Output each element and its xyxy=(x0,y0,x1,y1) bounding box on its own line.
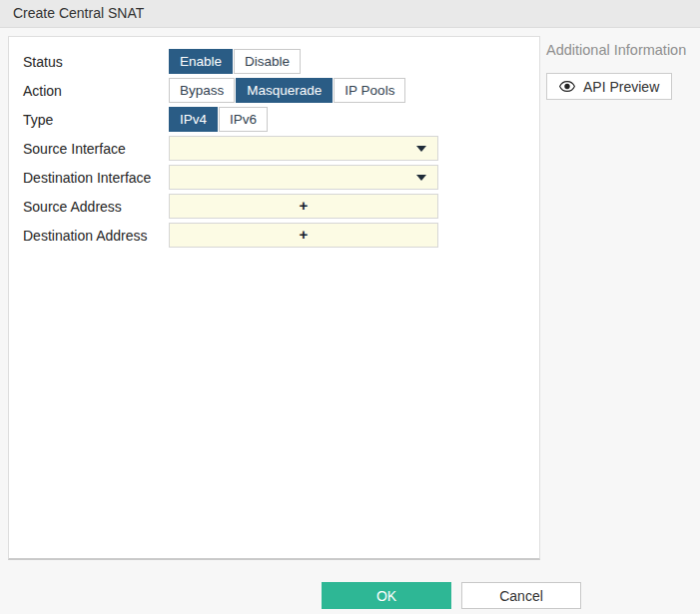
form-row-destination-address: Destination Address + xyxy=(9,223,539,248)
cancel-button[interactable]: Cancel xyxy=(461,582,581,609)
type-label: Type xyxy=(9,112,169,128)
dialog-titlebar: Create Central SNAT xyxy=(0,0,700,28)
form-row-type: Type IPv4 IPv6 xyxy=(9,107,539,132)
status-toggle-group: Enable Disable xyxy=(169,49,302,74)
additional-info-section: Additional Information API Preview xyxy=(546,42,686,100)
destination-address-field[interactable]: + xyxy=(169,223,438,248)
source-address-field[interactable]: + xyxy=(169,194,438,219)
status-option-disable[interactable]: Disable xyxy=(234,49,301,74)
status-label: Status xyxy=(9,54,169,70)
api-preview-label: API Preview xyxy=(583,79,659,95)
status-option-enable[interactable]: Enable xyxy=(169,49,233,74)
type-option-ipv6[interactable]: IPv6 xyxy=(219,107,268,132)
action-option-ip-pools[interactable]: IP Pools xyxy=(334,78,405,103)
source-interface-dropdown[interactable] xyxy=(169,136,438,161)
snat-form-panel: Status Enable Disable Action Bypass Masq… xyxy=(8,36,540,560)
form-row-source-interface: Source Interface xyxy=(9,136,539,161)
add-icon: + xyxy=(300,226,309,243)
additional-info-heading: Additional Information xyxy=(546,42,686,58)
source-interface-label: Source Interface xyxy=(9,141,169,157)
ok-button[interactable]: OK xyxy=(322,582,451,609)
type-option-ipv4[interactable]: IPv4 xyxy=(169,107,218,132)
add-icon: + xyxy=(300,197,309,214)
action-toggle-group: Bypass Masquerade IP Pools xyxy=(169,78,406,103)
type-toggle-group: IPv4 IPv6 xyxy=(169,107,269,132)
form-row-destination-interface: Destination Interface xyxy=(9,165,539,190)
api-preview-button[interactable]: API Preview xyxy=(546,73,672,100)
form-row-source-address: Source Address + xyxy=(9,194,539,219)
form-row-action: Action Bypass Masquerade IP Pools xyxy=(9,78,539,103)
destination-address-label: Destination Address xyxy=(9,228,169,244)
dialog-footer: OK Cancel xyxy=(322,582,581,609)
action-option-bypass[interactable]: Bypass xyxy=(169,78,235,103)
source-address-label: Source Address xyxy=(9,199,169,215)
eye-icon xyxy=(559,81,575,92)
action-option-masquerade[interactable]: Masquerade xyxy=(236,78,333,103)
destination-interface-label: Destination Interface xyxy=(9,170,169,186)
chevron-down-icon xyxy=(416,175,426,181)
chevron-down-icon xyxy=(416,146,426,152)
dialog-title: Create Central SNAT xyxy=(13,5,144,21)
form-row-status: Status Enable Disable xyxy=(9,49,539,74)
destination-interface-dropdown[interactable] xyxy=(169,165,438,190)
action-label: Action xyxy=(9,83,169,99)
